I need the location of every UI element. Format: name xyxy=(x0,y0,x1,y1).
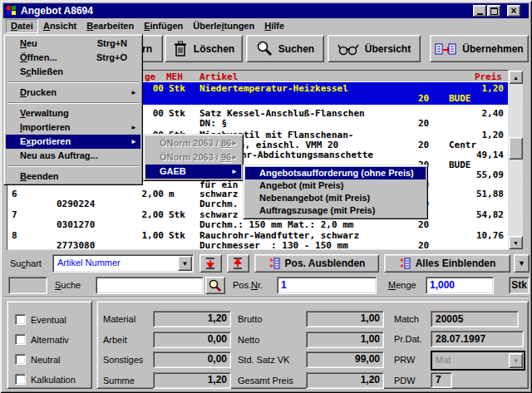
suchart-combobox-arrow-icon[interactable]: ▼ xyxy=(178,256,192,271)
overview-button[interactable]: Übersicht xyxy=(328,35,421,62)
show-all-button[interactable]: Alles Einblenden xyxy=(384,254,510,273)
minimize-button[interactable] xyxy=(473,5,486,17)
field-label-summe: Summe xyxy=(103,376,135,386)
prw-combobox[interactable]: Mat ▼ xyxy=(431,351,525,371)
field-value-sonstiges[interactable]: 0,00 xyxy=(153,351,231,368)
checkbox-alternativ[interactable] xyxy=(15,334,26,345)
menubar-item-hilfe[interactable]: Hilfe xyxy=(259,19,289,33)
pdw-label: PDW xyxy=(394,376,416,386)
field-value-material[interactable]: 1,20 xyxy=(153,311,231,327)
datei-menu-item-neu-aus-auftrag-[interactable]: Neu aus Auftrag... xyxy=(6,149,140,163)
apply-button[interactable]: Übernehmen xyxy=(430,35,529,62)
field-value-arbeit[interactable]: 0,00 xyxy=(153,332,231,348)
scrollbar-thumb[interactable] xyxy=(509,137,523,160)
suchart-combobox[interactable]: Artikel Nummer ▼ xyxy=(52,254,194,273)
prw-value: Mat xyxy=(436,355,451,365)
gaeb-submenu-item-angebotsaufforderung-ohne-preis-[interactable]: Angebotsaufforderung (ohne Preis) xyxy=(245,167,426,179)
checkbox-neutral[interactable] xyxy=(15,354,26,365)
datei-menu-item-drucken[interactable]: Drucken► xyxy=(6,86,140,100)
scrollbar-down-button[interactable]: ▼ xyxy=(509,236,523,249)
field-label-netto: Netto xyxy=(238,335,259,345)
checkbox-eventual[interactable] xyxy=(15,314,26,325)
field-label-arbeit: Arbeit xyxy=(103,335,127,345)
posnr-value: 1 xyxy=(281,279,287,291)
close-button[interactable]: × xyxy=(507,5,520,17)
datei-menu-item-verwaltung[interactable]: Verwaltung xyxy=(6,106,140,120)
menubar-item-datei[interactable]: Datei xyxy=(6,19,38,33)
menubar-item-einfgen[interactable]: Einfügen xyxy=(139,19,188,33)
search-status-box xyxy=(8,277,47,294)
flag-row: Kalkulation xyxy=(15,374,76,385)
field-value-gesamt-preis[interactable]: 1,20 xyxy=(306,372,384,389)
menubar-item-bearbeiten[interactable]: Bearbeiten xyxy=(81,19,139,33)
submenu-arrow-icon: ► xyxy=(231,165,238,179)
prdat-value: 28.07.1997 xyxy=(436,333,485,345)
datei-menu-item-importieren[interactable]: Importieren► xyxy=(6,120,140,135)
flag-row: Neutral xyxy=(15,354,60,365)
checkbox-label: Kalkulation xyxy=(31,375,76,385)
maximize-button[interactable] xyxy=(487,5,500,17)
field-value-brutto[interactable]: 1,00 xyxy=(306,311,384,327)
suche-input[interactable] xyxy=(96,277,204,294)
hide-positions-button[interactable]: Pos. Ausblenden xyxy=(254,254,379,273)
arrow-down-to-line-icon xyxy=(204,258,216,269)
posnr-input[interactable]: 1 xyxy=(277,277,377,294)
expand-search-button[interactable]: ▼ xyxy=(514,254,530,273)
field-value-std-satz-vk[interactable]: 99,00 xyxy=(306,351,384,368)
export-submenu-item-gaeb[interactable]: GAEB► xyxy=(145,165,241,179)
export-submenu-item--norm-2063-96[interactable]: ÖNorm 2063 / 96► xyxy=(145,150,241,165)
datei-menu-item-exportieren[interactable]: Exportieren► xyxy=(6,135,140,149)
export-submenu-item--norm-2063-86[interactable]: ÖNorm 2063 / 86► xyxy=(145,136,241,150)
small-magnifier-icon xyxy=(209,279,221,292)
unit-box: Stk xyxy=(509,277,530,294)
field-value-summe[interactable]: 1,20 xyxy=(153,372,231,389)
menu-bar: DateiAnsichtBearbeitenEinfügenÜberleitun… xyxy=(3,19,529,33)
glasses-icon xyxy=(337,42,359,56)
posnr-label: Pos.Nr. xyxy=(233,280,263,290)
search-execute-button[interactable] xyxy=(205,277,225,294)
suchart-label: Suchart xyxy=(10,258,42,268)
jump-to-start-button[interactable] xyxy=(227,254,249,273)
menubar-item-ansicht[interactable]: Ansicht xyxy=(38,19,81,33)
checkbox-kalkulation[interactable] xyxy=(15,374,26,385)
gaeb-submenu-item-nebenangebot-mit-preis-[interactable]: Nebenangebot (mit Preis) xyxy=(245,192,426,204)
delete-button[interactable]: Löschen xyxy=(165,35,243,62)
datei-menu-item--ffnen-[interactable]: Öffnen...Strg+O xyxy=(6,51,140,65)
prdat-field[interactable]: 28.07.1997 xyxy=(431,331,524,347)
menubar-item-berleitungen[interactable]: Überleitungen xyxy=(188,19,259,33)
pdw-field[interactable]: 7 xyxy=(431,372,452,388)
menge-input[interactable]: 1,000 xyxy=(426,277,494,294)
submenu-arrow-icon: ► xyxy=(231,136,238,150)
table-scrollbar[interactable]: ▲ ▼ xyxy=(509,71,523,249)
checkbox-label: Eventual xyxy=(31,315,66,325)
app-icon xyxy=(6,5,17,17)
datei-menu-item-schlie-en[interactable]: Schließen xyxy=(6,65,140,79)
datei-menu-item-neu[interactable]: NeuStrg+N xyxy=(6,37,140,51)
field-label-brutto: Brutto xyxy=(238,314,262,324)
field-label-gesamt-preis: Gesamt Preis xyxy=(238,376,293,386)
match-value: 20005 xyxy=(436,313,463,325)
gaeb-submenu-item-angebot-mit-preis-[interactable]: Angebot (mit Preis) xyxy=(245,179,426,192)
scrollbar-up-button[interactable]: ▲ xyxy=(509,71,523,84)
exportieren-submenu: ÖNorm 2063 / 86►ÖNorm 2063 / 96►GAEB► xyxy=(143,134,244,181)
list-show-icon xyxy=(399,258,411,269)
submenu-arrow-icon: ► xyxy=(131,135,137,149)
flag-row: Eventual xyxy=(15,314,66,325)
match-field[interactable]: 20005 xyxy=(431,311,519,327)
title-bar: Angebot A8694 xyxy=(3,3,529,18)
datei-menu-item-beenden[interactable]: Beenden xyxy=(6,169,140,184)
field-value-netto[interactable]: 1,00 xyxy=(306,332,384,348)
transfer-documents-icon xyxy=(435,42,456,56)
submenu-arrow-icon: ► xyxy=(231,150,238,165)
prdat-label: Pr.Dat. xyxy=(394,334,422,344)
jump-to-end-button[interactable] xyxy=(200,254,222,273)
search-button[interactable]: Suchen xyxy=(246,35,324,62)
gaeb-submenu: Angebotsaufforderung (ohne Preis)Angebot… xyxy=(243,165,428,219)
match-label: Match xyxy=(394,314,419,324)
flag-row: Alternativ xyxy=(15,334,69,345)
menge-value: 1,000 xyxy=(430,279,455,291)
suche-label: Suche xyxy=(55,280,81,290)
datei-menu-separator xyxy=(7,81,139,83)
field-label-std-satz-vk: Std. Satz VK xyxy=(238,355,289,365)
gaeb-submenu-item-auftragszusage-mit-preis-[interactable]: Auftragszusage (mit Preis) xyxy=(245,204,426,217)
